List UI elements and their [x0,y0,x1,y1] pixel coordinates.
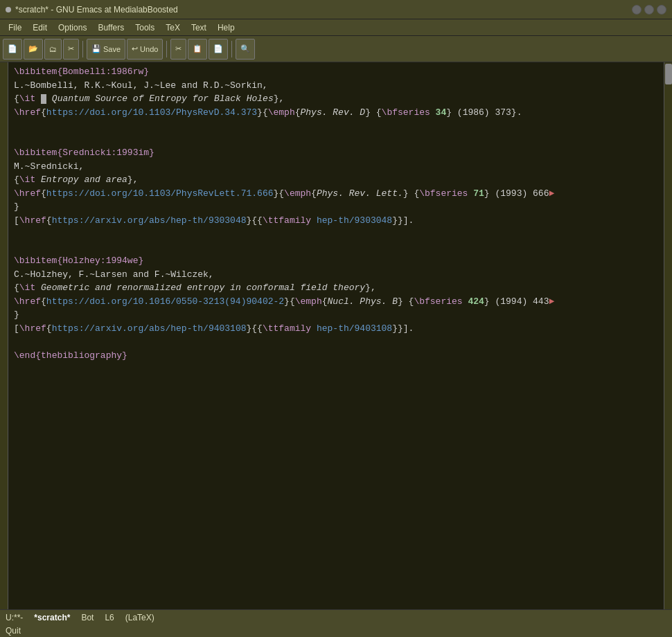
menu-buffers[interactable]: Buffers [92,21,130,34]
menu-text[interactable]: Text [186,21,212,34]
undo-label: Undo [140,45,158,53]
echo-area: Quit [0,625,672,637]
active-indicator [6,7,11,12]
save-icon: 💾 [91,44,101,53]
buffer-name: *scratch* [34,613,70,622]
scrollbar[interactable] [664,62,672,609]
close-button[interactable] [657,5,666,15]
major-mode: (LaTeX) [125,613,154,622]
toolbar-separator-1 [82,41,83,57]
minimize-button[interactable] [632,5,642,15]
save-button[interactable]: 💾 Save [87,39,125,60]
cut-icon: ✂ [68,44,74,53]
position-indicator: Bot [81,613,94,622]
menu-tools[interactable]: Tools [130,21,160,34]
open-file-button[interactable]: 📂 [24,39,43,60]
search-icon: 🔍 [240,44,250,53]
new-file-icon: 📄 [8,44,17,53]
menu-options[interactable]: Options [53,21,92,34]
toolbar: 📄 📂 🗂 ✂ 💾 Save ↩ Undo ✂ 📋 📄 🔍 [0,36,672,62]
open-dir-button[interactable]: 🗂 [44,39,62,60]
editor-area[interactable]: \bibitem{Bombelli:1986rw} L.~Bombelli, R… [8,62,664,609]
scrollbar-thumb[interactable] [665,64,672,84]
open-dir-icon: 🗂 [49,45,57,53]
cut2-button[interactable]: ✂ [170,39,186,60]
status-bar: U:**- *scratch* Bot L6 (LaTeX) [0,609,672,625]
code-content: \bibitem{Bombelli:1986rw} L.~Bombelli, R… [8,62,664,365]
new-file-button[interactable]: 📄 [3,39,22,60]
save-label: Save [103,45,121,53]
maximize-button[interactable] [644,5,654,15]
undo-button[interactable]: ↩ Undo [127,39,163,60]
menu-edit[interactable]: Edit [27,21,53,34]
editor-gutter [0,62,8,609]
title-bar: *scratch* - GNU Emacs at MedialabBoosted [0,0,672,19]
open-file-icon: 📂 [28,44,38,53]
menu-tex[interactable]: TeX [160,21,186,34]
menu-help[interactable]: Help [212,21,240,34]
menu-bar: File Edit Options Buffers Tools TeX Text… [0,19,672,36]
window-controls [632,5,666,15]
paste-button[interactable]: 📄 [209,39,228,60]
paste-icon: 📄 [213,44,223,53]
toolbar-separator-2 [166,41,167,57]
cut2-icon: ✂ [175,44,182,53]
cut-button[interactable]: ✂ [63,39,79,60]
search-button[interactable]: 🔍 [236,39,255,60]
window-title: *scratch* - GNU Emacs at MedialabBoosted [15,5,178,15]
line-number: L6 [105,613,114,622]
undo-icon: ↩ [132,44,138,53]
mode-indicator: U:**- [6,613,23,622]
copy-icon: 📋 [193,44,202,53]
menu-file[interactable]: File [3,21,27,34]
copy-button[interactable]: 📋 [188,39,207,60]
toolbar-separator-3 [231,41,232,57]
echo-text: Quit [6,626,21,636]
editor-layout: \bibitem{Bombelli:1986rw} L.~Bombelli, R… [0,62,672,609]
